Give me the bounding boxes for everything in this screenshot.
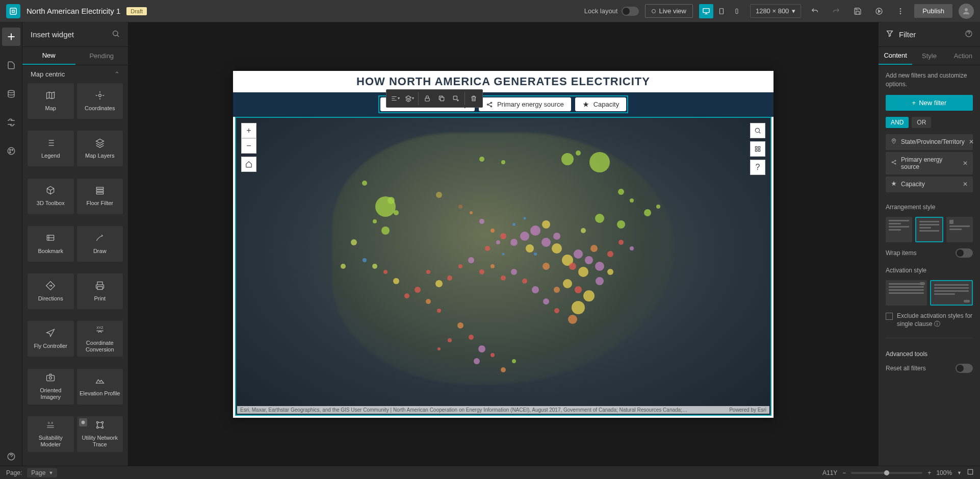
filter-chip-capacity[interactable]: Capacity — [575, 97, 627, 111]
reset-toggle[interactable] — [956, 364, 973, 373]
widget-legend[interactable]: Legend — [28, 131, 74, 166]
widget-label: Elevation Profile — [78, 390, 122, 397]
user-avatar[interactable] — [959, 4, 974, 19]
widget-suitability-modeler[interactable]: 0..9Suitability Modeler — [28, 416, 74, 452]
live-view-button[interactable]: Live view — [645, 4, 692, 18]
zoom-out-button[interactable]: − — [241, 138, 256, 154]
close-icon[interactable]: ✕ — [969, 138, 974, 145]
arrangement-option-1[interactable] — [886, 217, 912, 242]
widget-draw[interactable]: Draw — [77, 226, 123, 262]
rail-help-button[interactable] — [2, 447, 20, 466]
rp-tab-style[interactable]: Style — [912, 47, 946, 65]
wrap-toggle[interactable] — [956, 248, 973, 258]
arrangement-option-2[interactable] — [915, 217, 944, 242]
widget-elevation-profile[interactable]: Elevation Profile — [77, 369, 123, 405]
map-help-button[interactable]: ? — [750, 160, 765, 175]
fullscreen-icon[interactable] — [967, 468, 974, 477]
resolution-select[interactable]: 1280 × 800 ▾ — [750, 4, 801, 18]
widget-utility-network-trace[interactable]: Utility Network Trace — [77, 416, 123, 452]
zoom-in-button[interactable]: + — [241, 123, 256, 138]
lock-layout: Lock layout — [584, 7, 639, 16]
map-header: ▾ ▾ State/Province/Territory Primary ene… — [233, 92, 773, 117]
save-button[interactable] — [850, 4, 865, 19]
map-view[interactable]: + − ? Esri, Maxar, Earthstar Geographics… — [235, 117, 771, 416]
filter-chip-source-label: Primary energy source — [497, 100, 564, 108]
map-search-button[interactable] — [750, 123, 765, 138]
activation-option-2[interactable] — [930, 280, 973, 306]
exclude-checkbox[interactable] — [886, 313, 893, 320]
filter-item-state-province-territory[interactable]: State/Province/Territory✕ — [886, 134, 973, 150]
page-select[interactable]: Page▼ — [27, 468, 57, 477]
widget-map-layers[interactable]: Map Layers — [77, 131, 123, 166]
info-icon[interactable]: ⓘ — [934, 320, 940, 327]
close-icon[interactable]: ✕ — [963, 160, 968, 167]
svg-point-46 — [895, 163, 896, 164]
wt-export-button[interactable] — [449, 92, 462, 105]
logic-or-button[interactable]: OR — [912, 117, 931, 128]
logic-and-button[interactable]: AND — [886, 117, 909, 128]
widget-coordinates[interactable]: Coordinates — [77, 83, 123, 119]
new-filter-button[interactable]: + New filter — [886, 95, 973, 111]
wt-duplicate-button[interactable] — [435, 92, 448, 105]
rail-settings-button[interactable] — [2, 113, 20, 132]
rp-tab-content[interactable]: Content — [879, 47, 912, 65]
svg-point-26 — [96, 421, 98, 423]
lock-layout-toggle[interactable] — [622, 7, 639, 16]
widget-map[interactable]: Map — [28, 83, 74, 119]
widget-bookmark[interactable]: Bookmark — [28, 226, 74, 262]
widget-coordinate-conversion[interactable]: XYZCoordinate Conversion — [77, 321, 123, 357]
widget-oriented-imagery[interactable]: Oriented Imagery — [28, 369, 74, 405]
canvas[interactable]: HOW NORTH AMERICA GENERATES ELECTRICITY … — [233, 71, 773, 418]
chevron-down-icon[interactable]: ▼ — [957, 470, 962, 475]
more-button[interactable] — [893, 4, 908, 19]
svg-rect-18 — [96, 190, 103, 192]
tab-pending[interactable]: Pending — [75, 47, 128, 65]
chevron-down-icon: ▼ — [48, 470, 53, 475]
rp-tab-action[interactable]: Action — [946, 47, 980, 65]
map-basemap-button[interactable] — [750, 141, 765, 157]
app-title: North American Electricity 1 — [27, 7, 120, 15]
device-tablet-button[interactable] — [714, 4, 729, 18]
widget-print[interactable]: Print — [77, 273, 123, 309]
wt-layers-button[interactable]: ▾ — [403, 92, 416, 105]
wt-align-button[interactable]: ▾ — [389, 92, 402, 105]
widget-label: Legend — [39, 153, 62, 159]
rail-theme-button[interactable] — [2, 142, 20, 160]
widget-3d-toolbox[interactable]: 3D Toolbox — [28, 179, 74, 214]
rail-data-button[interactable] — [2, 85, 20, 103]
widget-floor-filter[interactable]: Floor Filter — [77, 179, 123, 214]
a11y-label[interactable]: A11Y — [822, 469, 837, 476]
rail-insert-button[interactable] — [2, 28, 20, 46]
arrangement-option-3[interactable] — [946, 217, 973, 242]
filter-item-label: State/Province/Territory — [901, 138, 965, 145]
preview-button[interactable] — [871, 4, 887, 19]
svg-rect-39 — [758, 146, 760, 148]
widget-fly-controller[interactable]: Fly Controller — [28, 321, 74, 357]
undo-button[interactable] — [807, 4, 822, 19]
filter-item-primary-energy-source[interactable]: Primary energy source✕ — [886, 152, 973, 174]
svg-rect-32 — [453, 96, 457, 99]
svg-rect-2 — [719, 8, 723, 14]
wt-lock-button[interactable] — [421, 92, 434, 105]
home-button[interactable] — [241, 157, 256, 172]
close-icon[interactable]: ✕ — [963, 181, 968, 188]
activation-option-1[interactable] — [886, 280, 927, 306]
tab-new[interactable]: New — [22, 47, 75, 65]
insert-widget-header: Insert widget — [22, 22, 128, 47]
rp-help-icon[interactable] — [965, 30, 973, 39]
device-desktop-button[interactable] — [699, 4, 713, 18]
widget-directions[interactable]: Directions — [28, 273, 74, 309]
zoom-out-icon[interactable]: − — [842, 469, 846, 476]
rail-page-button[interactable] — [2, 56, 20, 74]
section-map-centric[interactable]: Map centric ⌃ — [22, 65, 128, 83]
device-mobile-button[interactable] — [730, 4, 744, 18]
wt-delete-button[interactable] — [467, 92, 480, 105]
redo-button[interactable] — [829, 4, 844, 19]
publish-button[interactable]: Publish — [914, 4, 952, 18]
attribution-text: Esri, Maxar, Earthstar Geographics, and … — [240, 407, 687, 413]
filter-item-capacity[interactable]: Capacity✕ — [886, 177, 973, 192]
search-icon[interactable] — [112, 30, 120, 39]
zoom-in-icon[interactable]: + — [927, 469, 931, 476]
filter-chip-source[interactable]: Primary energy source — [479, 97, 571, 111]
zoom-slider[interactable] — [851, 472, 922, 474]
